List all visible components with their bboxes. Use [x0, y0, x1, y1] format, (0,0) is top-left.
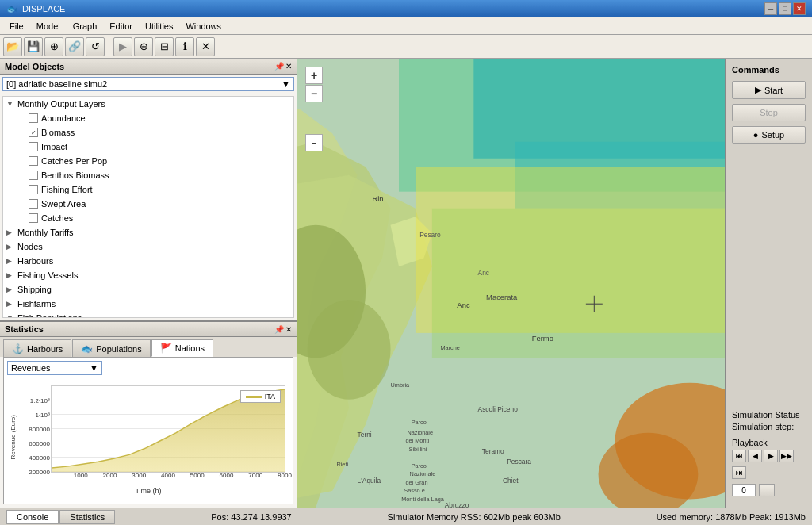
tree-expand-icon[interactable]: ▶ — [6, 300, 14, 308]
statistics-pin-icon[interactable]: 📌 — [274, 325, 284, 334]
tree-item[interactable]: ▶Harbours — [3, 254, 293, 268]
tab-populations[interactable]: 🐟 Populations — [72, 339, 151, 357]
link-button[interactable]: 🔗 — [65, 37, 84, 56]
tree-item-label: Monthly Output Layers — [17, 99, 105, 109]
svg-text:Abruzzo: Abruzzo — [445, 501, 469, 508]
menu-model[interactable]: Model — [30, 20, 67, 33]
tree-expand-icon[interactable]: ▶ — [6, 257, 14, 265]
svg-text:Marche: Marche — [440, 344, 459, 351]
statistics-controls: 📌 ✕ — [274, 325, 292, 334]
panel-pin-icon[interactable]: 📌 — [274, 62, 284, 71]
tree-item-label: Catches — [41, 213, 73, 223]
tree-item[interactable]: Catches — [3, 211, 293, 225]
tab-nations[interactable]: 🚩 Nations — [151, 339, 213, 357]
close-toolbar-button[interactable]: ✕ — [196, 37, 215, 56]
statistics-bottom-tab[interactable]: Statistics — [59, 510, 115, 524]
tree-checkbox[interactable] — [29, 199, 38, 209]
playback-fast-forward-button[interactable]: ▶▶ — [779, 450, 794, 462]
model-dropdown[interactable]: [0] adriatic baseline simu2 ▼ — [2, 77, 294, 91]
tree-item-label: Nodes — [17, 242, 43, 251]
close-button[interactable]: ✕ — [793, 2, 806, 15]
tree-item[interactable]: ▶Nodes — [3, 240, 293, 254]
tab-harbours[interactable]: ⚓ Harbours — [3, 339, 71, 357]
tree-item[interactable]: Abundance — [3, 111, 293, 125]
model-objects-header: Model Objects 📌 ✕ — [0, 59, 297, 75]
tree-item[interactable]: Fishing Effort — [3, 182, 293, 197]
svg-point-5 — [308, 300, 391, 400]
app-icon: 🐟 — [6, 4, 17, 14]
titlebar-controls[interactable]: ─ □ ✕ — [764, 2, 806, 15]
y-tick-3: 600000 — [29, 440, 52, 447]
nations-tab-icon: 🚩 — [160, 343, 172, 354]
console-tab[interactable]: Console — [6, 510, 59, 524]
tree-item-label: Fish Populations — [17, 313, 82, 318]
tree-item[interactable]: Benthos Biomass — [3, 168, 293, 182]
tree-item[interactable]: Biomass — [3, 125, 293, 140]
left-panel: Model Objects 📌 ✕ [0] adriatic baseline … — [0, 59, 297, 508]
start-button[interactable]: ▶ Start — [732, 81, 806, 99]
harbours-tab-icon: ⚓ — [12, 343, 24, 354]
y-tick-1: 200000 — [29, 469, 52, 476]
zoom-small-button[interactable]: − — [305, 134, 323, 151]
setup-label: Setup — [761, 130, 784, 140]
menu-editor[interactable]: Editor — [103, 20, 139, 33]
menu-utilities[interactable]: Utilities — [139, 20, 179, 33]
tree-checkbox[interactable] — [29, 113, 38, 123]
open-folder-button[interactable]: 📂 — [3, 37, 22, 56]
add-button[interactable]: ⊕ — [134, 37, 153, 56]
svg-text:Sasso e: Sasso e — [404, 487, 424, 494]
more-options-button[interactable]: … — [759, 484, 775, 496]
map-area[interactable]: Rin Pesaro Macerata Anc Fermo Marche Umb… — [297, 59, 725, 508]
tree-expand-icon[interactable]: ▶ — [6, 271, 14, 279]
playback-first-button[interactable]: ⏮ — [732, 450, 746, 462]
refresh-button[interactable]: ↺ — [86, 37, 105, 56]
minimize-button[interactable]: ─ — [764, 2, 777, 15]
tree-expand-icon[interactable]: ▶ — [6, 243, 14, 251]
tree-checkbox[interactable] — [29, 171, 38, 180]
zoom-in-button[interactable]: + — [305, 67, 323, 84]
simulation-status: Simulation Status Simulation step: Playb… — [732, 410, 806, 501]
tree-item[interactable]: ▶Monthly Tariffs — [3, 225, 293, 240]
playback-last-button[interactable]: ⏭ — [732, 466, 746, 479]
tree-expand-icon[interactable]: ▶ — [6, 285, 14, 293]
zoom-out-button[interactable]: − — [305, 85, 323, 102]
playback-value: 0 — [732, 484, 756, 496]
delete-button[interactable]: ⊟ — [155, 37, 174, 56]
menu-windows[interactable]: Windows — [179, 20, 228, 33]
tree-container[interactable]: ▼Monthly Output LayersAbundanceBiomassIm… — [2, 96, 294, 318]
tree-item[interactable]: ▶Shipping — [3, 282, 293, 297]
tree-item[interactable]: ▶Fishfarms — [3, 297, 293, 311]
tree-checkbox[interactable] — [29, 156, 38, 166]
maximize-button[interactable]: □ — [779, 2, 791, 15]
tree-expand-icon[interactable]: ▼ — [6, 314, 14, 318]
populations-tab-icon: 🐟 — [81, 343, 93, 354]
panel-close-icon[interactable]: ✕ — [285, 62, 292, 71]
tree-checkbox[interactable] — [29, 128, 38, 137]
tree-checkbox[interactable] — [29, 213, 38, 223]
playback-prev-button[interactable]: ◀ — [748, 450, 762, 462]
revenues-dropdown-value: Revenues — [11, 363, 51, 373]
revenues-dropdown[interactable]: Revenues ▼ — [7, 361, 102, 375]
tree-item[interactable]: ▶Fishing Vessels — [3, 268, 293, 282]
layers-button[interactable]: ⊕ — [44, 37, 63, 56]
tree-item[interactable]: ▼Fish Populations — [3, 311, 293, 318]
save-button[interactable]: 💾 — [24, 37, 43, 56]
info-button[interactable]: ℹ — [175, 37, 194, 56]
statistics-title: Statistics — [5, 324, 44, 334]
tree-item[interactable]: Impact — [3, 140, 293, 154]
tree-expand-icon[interactable]: ▼ — [6, 100, 14, 108]
menu-graph[interactable]: Graph — [67, 20, 104, 33]
tree-item[interactable]: ▼Monthly Output Layers — [3, 97, 293, 111]
tree-item[interactable]: Catches Per Pop — [3, 154, 293, 168]
menu-file[interactable]: File — [3, 20, 30, 33]
statistics-close-icon[interactable]: ✕ — [285, 325, 292, 334]
tree-item[interactable]: Swept Area — [3, 197, 293, 211]
tree-checkbox[interactable] — [29, 142, 38, 151]
run-button[interactable]: ▶ — [113, 37, 132, 56]
tree-checkbox[interactable] — [29, 185, 38, 194]
stop-button[interactable]: Stop — [732, 104, 806, 121]
setup-button[interactable]: ● Setup — [732, 126, 806, 144]
statistics-header: Statistics 📌 ✕ — [0, 321, 297, 337]
playback-play-button[interactable]: ▶ — [764, 450, 778, 462]
tree-expand-icon[interactable]: ▶ — [6, 228, 14, 236]
